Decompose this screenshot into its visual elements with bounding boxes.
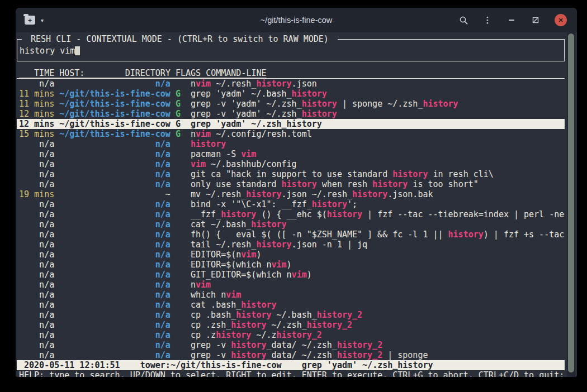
history-row[interactable]: n/an/awhich nvim — [17, 290, 565, 300]
maximize-button[interactable] — [531, 15, 541, 25]
history-row[interactable]: n/an/agrep -v history_data/ ~/.zsh_histo… — [17, 340, 565, 350]
history-row[interactable]: n/an/anvim ~/.resh_history.json — [17, 79, 565, 89]
history-row-selected[interactable]: 12 mins~/git/this-is-fine-cowGgrep 'yadm… — [17, 119, 565, 129]
table-header: TIME HOST: DIRECTORY FLAGS COMMAND-LINE — [17, 68, 565, 79]
search-input[interactable]: history vim — [20, 46, 564, 56]
history-row[interactable]: 19 mins~mv ~/.resh_history.json ~/.resh_… — [17, 189, 565, 199]
history-row[interactable]: n/an/avim ~/.bashhub/config — [17, 159, 565, 169]
history-row[interactable]: 15 mins~/git/this-is-fine-cowGnvim ~/.co… — [17, 129, 565, 139]
text-cursor — [75, 46, 80, 55]
history-row[interactable]: n/an/abind -x '"\C-x1": __fzf_history'; — [17, 199, 565, 209]
history-row[interactable]: n/an/aonly use standard history when res… — [17, 179, 565, 189]
history-row[interactable]: n/an/acat .bash_history — [17, 300, 565, 310]
history-row[interactable]: 11 mins~/git/this-is-fine-cowGgrep -v 'y… — [17, 99, 565, 109]
terminal-content: RESH CLI - CONTEXTUAL MODE - (CTRL+R to … — [16, 32, 577, 377]
minimize-button[interactable] — [506, 15, 517, 25]
minimize-icon — [509, 20, 514, 21]
close-icon: ✕ — [558, 17, 563, 24]
kebab-icon: ⋮ — [484, 15, 492, 25]
history-row[interactable]: 12 mins~/git/this-is-fine-cowGgrep -v 'y… — [17, 109, 565, 119]
maximize-icon — [532, 17, 539, 23]
history-row[interactable]: n/an/agrep -v history_data/ ~/.zsh_histo… — [17, 350, 565, 360]
search-query-text: history vim — [20, 46, 75, 56]
status-bar: 2020-05-11 12:01:51tower:~/git/this-is-f… — [17, 360, 565, 370]
search-icon — [459, 16, 468, 25]
history-row[interactable]: n/an/a__fzf_history () { __ehc $(history… — [17, 209, 565, 219]
history-row[interactable]: n/an/afh() { eval $( ([ -n "$ZSH_NAME" ]… — [17, 230, 565, 240]
status-location: tower:~/git/this-is-fine-cow — [140, 360, 282, 370]
history-row[interactable]: n/an/aGIT_EDITOR=$(which nvim) — [17, 270, 565, 280]
new-tab-button[interactable]: + — [25, 16, 35, 25]
terminal-window: + ▾ ~/git/this-is-fine-cow ⋮ — [16, 8, 577, 377]
help-line: HELP: type to search, UP/DOWN to select,… — [17, 370, 565, 377]
status-timestamp: 2020-05-11 12:01:51 — [24, 360, 120, 370]
scrollbar-thumb[interactable] — [568, 34, 574, 372]
history-row[interactable]: n/an/anvim — [17, 280, 565, 290]
history-table: TIME HOST: DIRECTORY FLAGS COMMAND-LINE … — [17, 68, 565, 360]
history-row[interactable]: n/an/acp .bash_history ~/.bash_history_2 — [17, 310, 565, 320]
scrollbar-track[interactable] — [567, 32, 575, 377]
search-button[interactable] — [458, 15, 468, 25]
resh-search-box[interactable]: RESH CLI - CONTEXTUAL MODE - (CTRL+R to … — [17, 39, 565, 61]
chevron-down-icon[interactable]: ▾ — [41, 17, 44, 23]
status-command: grep 'yadm' ~/.zsh_history — [302, 360, 433, 370]
history-row[interactable]: n/an/apacman -S vim — [17, 149, 565, 159]
close-button[interactable]: ✕ — [555, 14, 567, 26]
history-row[interactable]: n/an/atail ~/.resh_history.json -n 1 | j… — [17, 240, 565, 250]
history-row[interactable]: n/an/acat ~/.bash_history — [17, 219, 565, 230]
titlebar[interactable]: + ▾ ~/git/this-is-fine-cow ⋮ — [16, 8, 577, 32]
history-row[interactable]: n/an/agit ca "hack in support to use sta… — [17, 169, 565, 179]
history-row[interactable]: 11 mins~/git/this-is-fine-cowGgrep 'yadm… — [17, 89, 565, 99]
history-row[interactable]: n/an/acp .zsh_history ~/.zsh_history_2 — [17, 320, 565, 330]
search-box-legend: RESH CLI - CONTEXTUAL MODE - (CTRL+R to … — [22, 34, 338, 44]
history-row[interactable]: n/an/aEDITOR=$(which nvim) — [17, 260, 565, 270]
history-row[interactable]: n/an/aEDITOR=$(nvim) — [17, 250, 565, 260]
menu-button[interactable]: ⋮ — [482, 15, 493, 25]
history-row[interactable]: n/an/ahistory — [17, 139, 565, 149]
plus-icon: + — [25, 16, 35, 25]
history-row[interactable]: n/an/acp .zhistory ~/.zhistory_2 — [17, 330, 565, 340]
